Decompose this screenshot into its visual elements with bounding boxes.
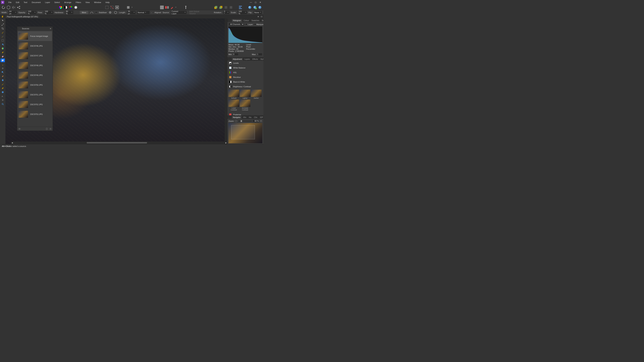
- navigator-viewport[interactable]: [231, 125, 255, 139]
- rope-icon[interactable]: [108, 10, 112, 14]
- zoom-tool[interactable]: [0, 102, 5, 106]
- cube-icon[interactable]: [6, 5, 10, 9]
- tab-his[interactable]: His: [248, 116, 252, 119]
- adjustment-brightness-contrast[interactable]: Brightness / Contrast: [228, 84, 264, 89]
- adjustment-black-white[interactable]: Black & White: [228, 79, 264, 84]
- trash-icon[interactable]: [50, 128, 52, 130]
- menu-filters[interactable]: Filters: [74, 0, 83, 4]
- preset-darker[interactable]: Darker: [251, 90, 262, 99]
- dodge-tool[interactable]: [0, 78, 5, 82]
- blur-tool[interactable]: [0, 66, 5, 70]
- crop-mode-icon[interactable]: [126, 5, 130, 9]
- menu-arrange[interactable]: Arrange: [62, 0, 74, 4]
- source-item[interactable]: DSC9752.JPG: [18, 100, 52, 109]
- tab-32p[interactable]: 32P: [259, 116, 264, 119]
- preset-lighter[interactable]: Lighter: [240, 90, 250, 99]
- stabiliser-check[interactable]: [95, 11, 97, 13]
- share-icon[interactable]: [17, 5, 20, 9]
- tab-adjustment[interactable]: Adjustment: [232, 58, 243, 61]
- preset-increase-contrast[interactable]: Increase Contrast: [240, 100, 250, 111]
- max-input[interactable]: [257, 53, 262, 56]
- zoom-input[interactable]: [252, 120, 259, 122]
- zoom-slider[interactable]: [238, 121, 252, 121]
- dual-view-icon[interactable]: [165, 5, 169, 9]
- adjustment-posterise[interactable]: Posterise: [228, 112, 264, 115]
- source-item[interactable]: DSC9746.JPG: [18, 41, 52, 51]
- eye-icon[interactable]: [18, 128, 21, 130]
- menu-document[interactable]: Document: [30, 0, 43, 4]
- text-tool[interactable]: A: [0, 94, 5, 98]
- zoom-out-button[interactable]: −: [235, 120, 237, 122]
- panel-menu-icon[interactable]: [260, 15, 263, 18]
- menu-select[interactable]: Select: [52, 0, 62, 4]
- canvas[interactable]: ◀▶ ⋮⋮ Sources ✕ Focus merged imageDSC974…: [6, 18, 227, 144]
- tab-colour[interactable]: Colour: [242, 19, 250, 22]
- tab-swatches[interactable]: Swatches: [250, 19, 260, 22]
- soft-circle-icon[interactable]: [74, 5, 78, 9]
- min-input[interactable]: [233, 53, 238, 56]
- clone-tool[interactable]: [0, 58, 5, 62]
- source-item[interactable]: DSC9753.JPG: [18, 109, 52, 119]
- more-button[interactable]: More: [80, 11, 88, 14]
- aligned-check[interactable]: [151, 11, 153, 13]
- eraser-tool[interactable]: [0, 54, 5, 58]
- menu-layer[interactable]: Layer: [43, 0, 52, 4]
- marquee-tool[interactable]: [0, 39, 5, 42]
- flip-select[interactable]: None▼: [254, 11, 262, 14]
- blend-mode-select[interactable]: Normal▼: [137, 11, 150, 14]
- globe-icon[interactable]: [248, 5, 252, 9]
- quick-mask-icon[interactable]: [115, 5, 119, 9]
- preset-lower-contrast[interactable]: Lower Contrast: [228, 100, 239, 111]
- source-item[interactable]: DSC9749.JPG: [18, 70, 52, 80]
- adjustment-levels[interactable]: Levels: [228, 61, 264, 65]
- bw-circle-icon[interactable]: [64, 5, 68, 9]
- tab-chn[interactable]: Chn: [253, 116, 258, 119]
- adjustment-recolour[interactable]: Recolour: [228, 75, 264, 79]
- document-tab[interactable]: Paul Hollingworth.afdesign (67.6%): [6, 15, 40, 18]
- refresh-icon[interactable]: [2, 5, 6, 9]
- canvas-scrollbar-h[interactable]: ◀▶: [11, 141, 227, 144]
- document-tab-close[interactable]: ✕: [258, 15, 260, 18]
- selection-cross-icon[interactable]: [110, 5, 114, 9]
- menu-help[interactable]: Help: [103, 0, 112, 4]
- healing-tool[interactable]: [0, 74, 5, 78]
- adjustment-white-balance[interactable]: White Balance: [228, 65, 264, 70]
- gradient-tool[interactable]: [0, 47, 5, 50]
- flood-tool[interactable]: [0, 43, 5, 46]
- menu-text[interactable]: Text: [22, 0, 30, 4]
- scale-input[interactable]: 100 %▼: [238, 11, 247, 14]
- layer-check[interactable]: Layer: [245, 23, 253, 25]
- tab-styles[interactable]: Styles: [259, 58, 264, 61]
- sponge-tool[interactable]: [0, 82, 5, 86]
- source-item[interactable]: Focus merged image: [18, 31, 52, 41]
- menu-view[interactable]: View: [83, 0, 92, 4]
- layer-dim2-icon[interactable]: [229, 5, 233, 9]
- hand-tool-icon[interactable]: [1, 15, 4, 18]
- flow-input[interactable]: 100 %▼: [44, 11, 53, 14]
- source-item[interactable]: DSC9748.JPG: [18, 60, 52, 70]
- zoom-in-button[interactable]: +: [260, 120, 262, 122]
- adjustment-hsl[interactable]: HSL: [228, 70, 264, 75]
- source-item[interactable]: DSC9747.JPG: [18, 51, 52, 60]
- canvas-scrollbar-v[interactable]: [225, 18, 227, 141]
- globe2-icon[interactable]: [253, 5, 257, 9]
- tab-brushes[interactable]: Brushes: [261, 19, 264, 22]
- shape-tool[interactable]: [0, 90, 5, 94]
- align-icon[interactable]: [238, 5, 242, 9]
- smudge-tool[interactable]: [0, 62, 5, 66]
- layer-forward-icon[interactable]: [214, 5, 218, 9]
- add-global-source[interactable]: Add Global Source: [188, 10, 208, 15]
- layer-dim1-icon[interactable]: [224, 5, 228, 9]
- tab-layers[interactable]: Layers: [243, 58, 251, 61]
- mesh-tool[interactable]: [0, 86, 5, 90]
- navigator-preview[interactable]: [228, 123, 262, 143]
- pressure-icon[interactable]: [90, 10, 94, 14]
- color-wheel-icon[interactable]: [58, 5, 62, 9]
- tab-xfm[interactable]: Xfm: [242, 116, 248, 119]
- move-tool[interactable]: [0, 19, 5, 22]
- brush-tool[interactable]: [0, 31, 5, 34]
- menu-edit[interactable]: Edit: [14, 0, 22, 4]
- crop-tool[interactable]: [0, 27, 5, 30]
- maximize-button[interactable]: ◻: [254, 1, 257, 3]
- tab-navigator[interactable]: Navigator: [232, 116, 242, 119]
